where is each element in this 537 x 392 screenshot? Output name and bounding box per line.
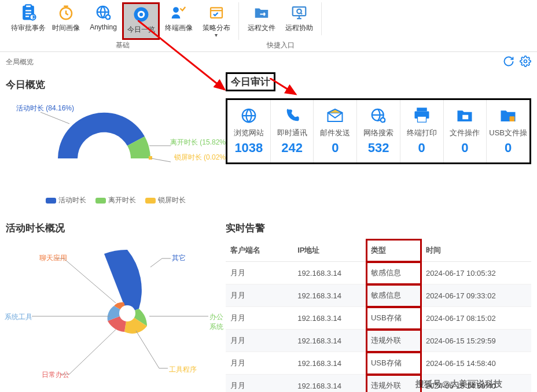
cell-client: 月月 <box>226 262 293 284</box>
printer-icon <box>403 106 441 125</box>
cell-type: USB存储 <box>366 307 421 330</box>
breadcrumb-text: 全局概览 <box>6 57 34 67</box>
donut-slice-label: 锁屏时长 (0.02% <box>174 153 226 162</box>
cell-client: 月月 <box>226 284 293 307</box>
svg-line-38 <box>69 330 116 374</box>
stat-value: 0 <box>489 140 527 156</box>
alerts-header-row: 客户端名 IP地址 类型 时间 <box>226 239 531 262</box>
folder-arrow-icon <box>252 3 271 22</box>
svg-point-12 <box>297 9 301 14</box>
ribbon-label: Anything <box>84 23 122 31</box>
cell-client: 月月 <box>226 375 293 393</box>
rose-slice-label: 工具程序 <box>169 365 197 375</box>
legend-item: 离开时长 <box>95 195 136 205</box>
eye-icon <box>132 5 150 24</box>
table-row[interactable]: 月月192.168.3.14USB存储2024-06-15 14:58:40 <box>226 352 531 375</box>
globe-search-icon <box>94 3 113 22</box>
settings-icon[interactable] <box>520 56 531 67</box>
donut-slice-label: 活动时长 (84.16%) <box>16 103 74 113</box>
today-overview-title: 今日概览 <box>6 78 226 91</box>
cell-time: 2024-06-17 09:33:02 <box>421 284 531 307</box>
legend-label: 锁屏时长 <box>158 195 186 205</box>
folder-icon <box>446 106 484 125</box>
legend-swatch <box>46 198 56 204</box>
alerts-table: 客户端名 IP地址 类型 时间 月月192.168.3.14敏感信息2024-0… <box>226 239 531 392</box>
cell-client: 月月 <box>226 307 293 330</box>
svg-rect-23 <box>417 108 427 111</box>
svg-rect-16 <box>149 156 152 160</box>
col-ip: IP地址 <box>293 239 366 262</box>
refresh-icon[interactable] <box>503 56 514 67</box>
globe-icon <box>230 106 268 125</box>
ribbon-label: 终端画像 <box>160 23 197 33</box>
stat-label: 文件操作 <box>446 128 484 138</box>
legend-swatch <box>95 198 106 204</box>
activity-title: 活动时长概况 <box>6 221 226 235</box>
today-overview-donut: 活动时长 (84.16%) 离开时长 (15.82% 锁屏时长 (0.02% <box>6 95 226 193</box>
cell-ip: 192.168.3.14 <box>293 352 366 375</box>
col-client: 客户端名 <box>226 239 293 262</box>
rose-slice-label: 系统工具 <box>5 312 32 322</box>
cell-time: 2024-06-17 10:05:32 <box>421 262 531 284</box>
ribbon-monitor-search[interactable]: 远程协助 <box>280 2 318 35</box>
cell-client: 月月 <box>226 352 293 375</box>
stat-usb-folder[interactable]: USB文件操作0 <box>487 100 529 162</box>
stat-phone[interactable]: 即时通讯242 <box>271 100 314 162</box>
dropdown-icon: ▾ <box>197 33 235 38</box>
cell-type: 敏感信息 <box>366 284 421 307</box>
board-check-icon <box>207 3 226 22</box>
ribbon-label: 待审批事务 <box>9 23 47 33</box>
cell-ip: 192.168.3.14 <box>293 330 366 352</box>
activity-rose-chart: 其它 聊天应用 办公系统 系统工具 工具程序 日常办公 <box>6 238 226 383</box>
ribbon-clock[interactable]: 时间画像 <box>47 2 84 40</box>
today-audit-title: 今日审计 <box>226 72 275 91</box>
cell-type: USB存储 <box>366 352 421 375</box>
ribbon-folder-arrow[interactable]: 远程文件 <box>242 2 280 35</box>
ribbon-label: 时间画像 <box>47 23 84 33</box>
donut-slice-label: 离开时长 (15.82% <box>170 138 226 147</box>
cell-client: 月月 <box>226 330 293 352</box>
search-globe-icon <box>359 106 398 125</box>
svg-rect-26 <box>463 115 469 120</box>
ribbon-user-chart[interactable]: 终端画像 <box>160 2 197 40</box>
cell-type: 违规外联 <box>366 375 421 393</box>
legend-label: 离开时长 <box>108 195 136 205</box>
svg-line-19 <box>152 158 171 162</box>
cell-time: 2024-06-17 08:15:02 <box>421 307 531 330</box>
ribbon-board-check[interactable]: 策略分布▾ <box>197 2 235 40</box>
usb-folder-icon <box>489 106 527 125</box>
phone-icon <box>273 106 311 125</box>
stat-globe[interactable]: 浏览网站1038 <box>227 100 271 162</box>
ribbon-clipboard[interactable]: 待审批事务 <box>9 2 47 40</box>
stat-label: 邮件发送 <box>316 128 354 138</box>
svg-rect-25 <box>417 116 426 122</box>
svg-rect-11 <box>292 7 306 16</box>
stat-folder[interactable]: 文件操作0 <box>444 100 487 162</box>
table-row[interactable]: 月月192.168.3.14敏感信息2024-06-17 09:33:02 <box>226 284 531 307</box>
ribbon-eye[interactable]: 今日一览 <box>122 2 160 40</box>
ribbon-globe-search[interactable]: Anything <box>84 2 122 40</box>
legend-label: 活动时长 <box>58 195 86 205</box>
svg-point-9 <box>174 8 178 12</box>
mail-icon <box>316 106 354 125</box>
table-row[interactable]: 月月192.168.3.14违规外联2024-06-15 15:29:59 <box>226 330 531 352</box>
stat-printer[interactable]: 终端打印0 <box>400 100 444 162</box>
ribbon-group: 远程文件远程协助快捷入口 <box>239 2 322 51</box>
breadcrumb: 全局概览 <box>0 52 537 72</box>
donut-legend: 活动时长离开时长锁屏时长 <box>6 195 226 205</box>
ribbon-label: 远程协助 <box>280 23 318 33</box>
legend-swatch <box>145 198 156 204</box>
svg-line-17 <box>41 112 69 124</box>
ribbon-label: 今日一览 <box>124 25 158 35</box>
ribbon-label: 远程文件 <box>242 23 280 33</box>
svg-line-36 <box>136 331 159 368</box>
stat-mail[interactable]: 邮件发送0 <box>314 100 357 162</box>
table-row[interactable]: 月月192.168.3.14USB存储2024-06-17 08:15:02 <box>226 307 531 330</box>
cell-ip: 192.168.3.14 <box>293 284 366 307</box>
table-row[interactable]: 月月192.168.3.14敏感信息2024-06-17 10:05:32 <box>226 262 531 284</box>
rose-slice-label: 聊天应用 <box>39 253 67 263</box>
stat-value: 1038 <box>230 140 268 156</box>
stat-search-globe[interactable]: 网络搜索532 <box>357 100 400 162</box>
svg-rect-1 <box>25 5 31 8</box>
cell-ip: 192.168.3.14 <box>293 262 366 284</box>
